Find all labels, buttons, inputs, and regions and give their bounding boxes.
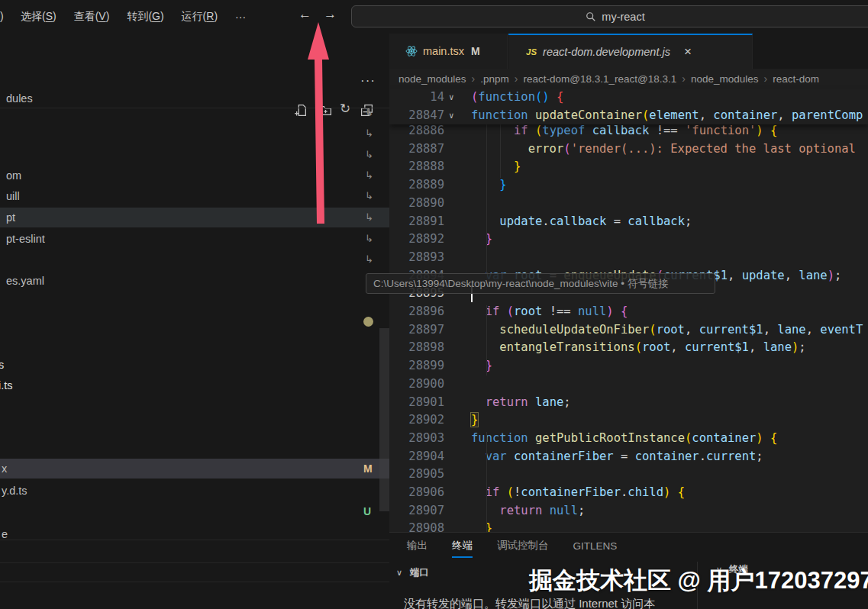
code-line[interactable]: 28886if (typeof callback !== 'function')… xyxy=(389,122,868,140)
sticky-code-line[interactable]: 14∨(function() { xyxy=(389,89,868,107)
indent-guide xyxy=(500,124,501,178)
file-label: es.yaml xyxy=(6,271,44,291)
breadcrumb-item[interactable]: .pnpm xyxy=(480,73,509,85)
code-line[interactable]: 28908} xyxy=(389,520,868,532)
file-row[interactable]: ↳ xyxy=(0,103,389,123)
line-number: 28892 xyxy=(389,230,444,249)
breadcrumb-item[interactable]: react-dom@18.3.1_react@18.3.1 xyxy=(523,73,676,85)
menu-item-fragment: ) xyxy=(0,10,4,22)
code-text: if (typeof callback !== 'function') { xyxy=(514,122,777,140)
watermark: 掘金技术社区 @ 用户172037297678 xyxy=(529,565,868,597)
breadcrumb-item[interactable]: node_modules xyxy=(691,73,759,85)
breadcrumb-separator: › xyxy=(682,72,686,85)
file-label: uill xyxy=(6,186,20,206)
code-line[interactable]: 28891update.callback = callback; xyxy=(389,213,868,231)
breadcrumb-item[interactable]: node_modules xyxy=(399,73,466,85)
code-line[interactable]: 28900 xyxy=(389,375,868,394)
code-line[interactable]: 28904var containerFiber = container.curr… xyxy=(389,448,868,466)
code-line[interactable]: 28893 xyxy=(389,249,868,267)
breadcrumb-separator: › xyxy=(472,72,476,85)
code-line[interactable]: 28887error('render(...): Expected the la… xyxy=(389,140,868,159)
breadcrumb-separator: › xyxy=(763,72,767,85)
code-line[interactable]: 28901return lane; xyxy=(389,394,868,412)
command-center-search[interactable]: my-react xyxy=(351,5,868,27)
code-line[interactable]: 28889} xyxy=(389,176,868,195)
file-label: i.ts xyxy=(0,375,13,395)
code-line[interactable]: 28898entangleTransitions(root, current$1… xyxy=(389,339,868,357)
file-label: pt xyxy=(6,208,15,227)
vscode-window: ) 选择(S)查看(V)转到(G)运行(R)··· ← → my-react ·… xyxy=(0,0,868,609)
sticky-code-line[interactable]: 28847∨function updateContainer(element, … xyxy=(389,107,868,125)
code-line[interactable]: 28906if (!containerFiber.child) { xyxy=(389,484,868,502)
file-label: y.d.ts xyxy=(2,481,27,501)
symlink-icon: ↳ xyxy=(365,145,373,165)
code-text: update.callback = callback; xyxy=(499,213,692,231)
breadcrumb[interactable]: node_modules›.pnpm›react-dom@18.3.1_reac… xyxy=(399,69,868,89)
sidebar-scrollbar[interactable] xyxy=(379,328,389,511)
line-number: 28904 xyxy=(389,448,444,466)
fold-chevron-icon[interactable]: ∨ xyxy=(449,89,454,107)
symlink-icon: ↳ xyxy=(365,208,373,227)
tab-react-dom-development-js[interactable]: JS react-dom.development.js × xyxy=(508,34,753,69)
back-arrow-icon[interactable]: ← xyxy=(298,7,311,22)
menu-item[interactable]: 运行(R) xyxy=(182,10,218,24)
code-line[interactable]: 28903function getPublicRootInstance(cont… xyxy=(389,430,868,448)
panel-tab-输出[interactable]: 输出 xyxy=(407,539,428,556)
menu-item[interactable]: 转到(G) xyxy=(127,10,163,24)
file-row[interactable]: es.yaml xyxy=(0,271,389,291)
breadcrumb-item[interactable]: react-dom xyxy=(773,73,819,85)
close-icon[interactable]: × xyxy=(684,44,692,60)
file-row[interactable]: ts xyxy=(0,355,389,375)
menu-item[interactable]: 选择(S) xyxy=(21,10,56,24)
panel-tab-GITLENS[interactable]: GITLENS xyxy=(573,540,618,555)
line-number: 28847 xyxy=(389,107,444,125)
sticky-scroll: 14∨(function() {28847∨function updateCon… xyxy=(389,89,868,124)
ports-pane-title[interactable]: 端口 xyxy=(410,566,429,579)
file-row[interactable]: om↳ xyxy=(0,166,389,185)
more-actions-icon[interactable]: ··· xyxy=(360,73,376,89)
file-row[interactable]: uill↳ xyxy=(0,186,389,206)
file-row[interactable]: e xyxy=(0,524,389,544)
file-row[interactable]: i.ts xyxy=(0,375,389,395)
panel-tab-调试控制台[interactable]: 调试控制台 xyxy=(497,539,549,556)
file-row[interactable]: ↳ xyxy=(0,250,389,269)
forward-arrow-icon[interactable]: → xyxy=(324,7,337,22)
file-row[interactable]: pt↳ xyxy=(0,208,389,227)
file-row[interactable]: ↳ xyxy=(0,124,389,143)
react-icon xyxy=(405,45,418,57)
panel-tab-终端[interactable]: 终端 xyxy=(452,539,473,556)
symlink-icon: ↳ xyxy=(365,186,373,206)
breadcrumb-separator: › xyxy=(515,72,518,85)
chevron-down-icon[interactable]: ∨ xyxy=(396,568,402,578)
line-number: 14 xyxy=(389,89,444,107)
file-row[interactable]: U xyxy=(0,501,389,521)
file-row[interactable]: xM xyxy=(0,459,389,478)
line-number: 28896 xyxy=(389,303,444,321)
code-line[interactable]: 28907return null; xyxy=(389,502,868,520)
code-line[interactable]: 28905 xyxy=(389,466,868,484)
menu-item[interactable]: 查看(V) xyxy=(74,10,110,24)
tab-main-tsx[interactable]: main.tsx M xyxy=(389,34,508,69)
symlink-icon: ↳ xyxy=(365,229,373,249)
file-label: pt-eslint xyxy=(6,229,45,249)
js-icon: JS xyxy=(526,47,537,56)
line-number: 28907 xyxy=(389,502,444,520)
file-label: ts xyxy=(0,355,4,375)
code-line[interactable]: 28888} xyxy=(389,158,868,176)
git-status-badge: M xyxy=(363,459,373,478)
menu-item[interactable]: ··· xyxy=(235,11,246,23)
code-line[interactable]: 28892} xyxy=(389,230,868,249)
line-number: 28897 xyxy=(389,321,444,340)
code-line[interactable]: 28896if (root !== null) { xyxy=(389,303,868,321)
code-line[interactable]: 28902} xyxy=(389,411,868,430)
code-line[interactable]: 28899} xyxy=(389,357,868,375)
code-text: return lane; xyxy=(486,394,571,412)
file-row[interactable]: pt-eslint↳ xyxy=(0,229,389,249)
file-row[interactable]: y.d.ts xyxy=(0,481,389,501)
symlink-icon: ↳ xyxy=(365,103,373,123)
fold-chevron-icon[interactable]: ∨ xyxy=(449,107,454,125)
code-line[interactable]: 28897scheduleUpdateOnFiber(root, current… xyxy=(389,321,868,340)
file-row[interactable]: ↳ xyxy=(0,145,389,165)
code-line[interactable]: 28890 xyxy=(389,195,868,213)
symlink-icon: ↳ xyxy=(365,166,373,185)
